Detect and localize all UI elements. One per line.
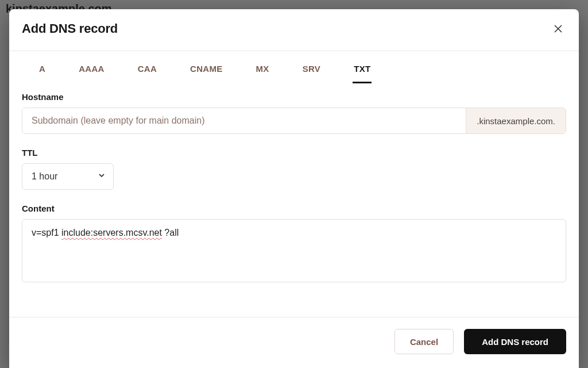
ttl-select[interactable]: 1 hour xyxy=(22,163,114,190)
hostname-field-group: Hostname .kinstaexample.com. xyxy=(22,92,566,134)
modal-footer: Cancel Add DNS record xyxy=(9,317,579,368)
tab-mx[interactable]: MX xyxy=(255,58,270,83)
cancel-button[interactable]: Cancel xyxy=(394,329,454,354)
content-textarea[interactable]: v=spf1 include:servers.mcsv.net ?all xyxy=(22,219,566,282)
record-type-tabs: A AAAA CAA CNAME MX SRV TXT xyxy=(9,58,579,84)
tab-txt[interactable]: TXT xyxy=(353,58,372,83)
tab-srv[interactable]: SRV xyxy=(301,58,322,83)
close-icon xyxy=(554,25,562,33)
tab-caa[interactable]: CAA xyxy=(137,58,158,83)
modal-body: Hostname .kinstaexample.com. TTL 1 hour xyxy=(9,84,579,317)
add-dns-record-button[interactable]: Add DNS record xyxy=(464,329,566,354)
hostname-label: Hostname xyxy=(22,92,566,102)
content-suffix: ?all xyxy=(162,228,179,237)
tab-a[interactable]: A xyxy=(38,58,47,83)
modal-header: Add DNS record xyxy=(9,9,579,51)
ttl-field-group: TTL 1 hour xyxy=(22,148,566,190)
add-dns-record-modal: Add DNS record A AAAA CAA CNAME MX SRV T… xyxy=(9,9,579,368)
hostname-input-wrap: .kinstaexample.com. xyxy=(22,108,566,134)
content-label: Content xyxy=(22,204,566,213)
hostname-suffix: .kinstaexample.com. xyxy=(466,108,566,133)
content-include: include:servers.mcsv.net xyxy=(61,228,162,237)
ttl-value: 1 hour xyxy=(32,171,57,182)
ttl-select-wrap: 1 hour xyxy=(22,163,114,190)
content-prefix: v=spf1 xyxy=(32,228,61,237)
ttl-label: TTL xyxy=(22,148,566,158)
close-button[interactable] xyxy=(550,21,566,37)
tab-aaaa[interactable]: AAAA xyxy=(78,58,106,83)
modal-title: Add DNS record xyxy=(22,21,118,36)
hostname-input[interactable] xyxy=(22,108,466,133)
content-field-group: Content v=spf1 include:servers.mcsv.net … xyxy=(22,204,566,282)
tab-cname[interactable]: CNAME xyxy=(189,58,224,83)
